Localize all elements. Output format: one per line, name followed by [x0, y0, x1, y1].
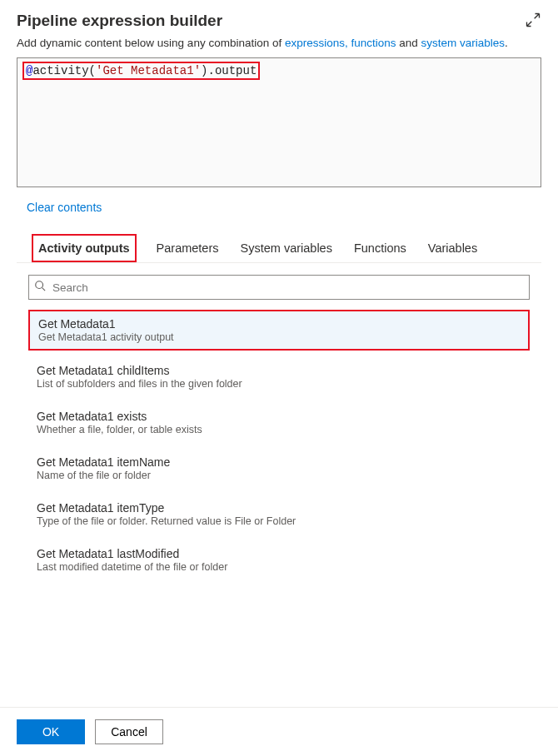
cancel-button[interactable]: Cancel — [95, 719, 163, 744]
list-item[interactable]: Get Metadata1 itemType Type of the file … — [28, 495, 530, 534]
list-item-title: Get Metadata1 exists — [37, 410, 521, 423]
list-item[interactable]: Get Metadata1 lastModified Last modified… — [28, 540, 530, 579]
subtitle-suffix: . — [505, 37, 508, 49]
list-item-title: Get Metadata1 lastModified — [37, 547, 521, 560]
activity-output-list: Get Metadata1 Get Metadata1 activity out… — [0, 306, 558, 579]
tab-activity-outputs[interactable]: Activity outputs — [32, 234, 137, 262]
list-item-desc: List of subfolders and files in the give… — [37, 378, 521, 390]
expand-icon[interactable] — [525, 12, 541, 32]
list-item[interactable]: Get Metadata1 Get Metadata1 activity out… — [28, 310, 530, 351]
link-expressions-functions[interactable]: expressions, functions — [285, 37, 396, 49]
link-system-variables[interactable]: system variables — [421, 37, 506, 49]
token-output: output — [215, 64, 257, 77]
list-item[interactable]: Get Metadata1 itemName Name of the file … — [28, 449, 530, 488]
expression-highlight: @activity('Get Metadata1').output — [22, 62, 260, 80]
category-tabs: Activity outputs Parameters System varia… — [17, 234, 541, 263]
list-item-desc: Get Metadata1 activity output — [38, 331, 520, 343]
search-box[interactable] — [28, 275, 530, 300]
footer-actions: OK Cancel — [0, 707, 558, 756]
list-item-title: Get Metadata1 itemName — [37, 455, 521, 469]
list-item-desc: Last modified datetime of the file or fo… — [37, 561, 521, 573]
tab-system-variables[interactable]: System variables — [239, 234, 334, 262]
list-item[interactable]: Get Metadata1 childItems List of subfold… — [28, 357, 530, 396]
tab-functions[interactable]: Functions — [352, 234, 408, 262]
svg-line-1 — [42, 288, 46, 291]
subtitle-prefix: Add dynamic content below using any comb… — [17, 37, 285, 49]
tab-parameters[interactable]: Parameters — [155, 234, 221, 262]
list-item[interactable]: Get Metadata1 exists Whether a file, fol… — [28, 403, 530, 442]
subtitle-mid: and — [396, 37, 421, 49]
search-icon — [34, 280, 46, 295]
token-string: 'Get Metadata1' — [96, 64, 201, 77]
search-input[interactable] — [51, 281, 524, 295]
svg-point-0 — [36, 281, 43, 289]
list-item-title: Get Metadata1 itemType — [37, 501, 521, 515]
list-item-desc: Whether a file, folder, or table exists — [37, 424, 521, 435]
subtitle-text: Add dynamic content below using any comb… — [0, 35, 558, 57]
list-item-title: Get Metadata1 — [38, 317, 520, 331]
clear-contents-link[interactable]: Clear contents — [27, 201, 102, 214]
list-item-desc: Type of the file or folder. Returned val… — [37, 515, 521, 527]
tab-variables[interactable]: Variables — [426, 234, 479, 262]
page-title: Pipeline expression builder — [17, 12, 222, 30]
ok-button[interactable]: OK — [17, 719, 85, 744]
token-fn: activity( — [32, 64, 96, 77]
token-dot: . — [207, 64, 214, 77]
list-item-desc: Name of the file or folder — [37, 470, 521, 481]
expression-editor[interactable]: @activity('Get Metadata1').output — [17, 57, 541, 187]
list-item-title: Get Metadata1 childItems — [37, 364, 521, 377]
